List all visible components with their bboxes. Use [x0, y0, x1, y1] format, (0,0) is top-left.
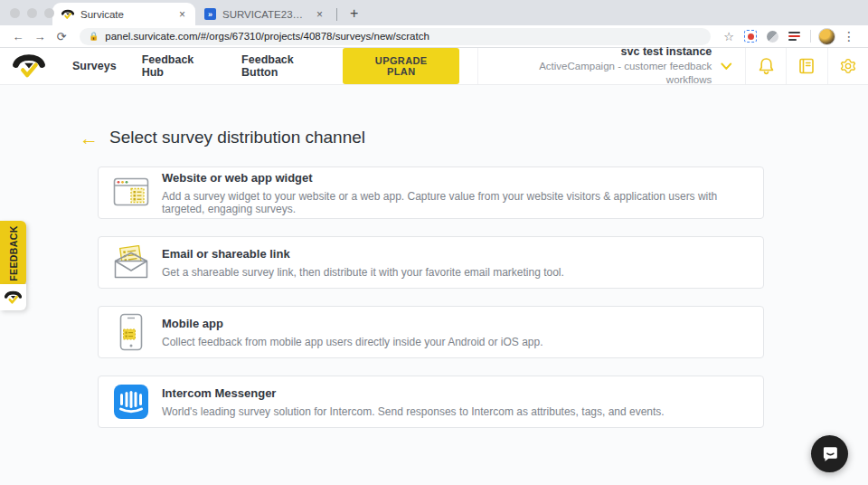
website-widget-icon: [113, 177, 149, 208]
channel-description: Collect feedback from mobile app users d…: [162, 336, 543, 348]
url-text: panel.survicate.com/#/orgs/67310/project…: [105, 31, 429, 42]
browser-menu-icon[interactable]: ⋮: [839, 29, 859, 43]
channel-description: Get a shareable survey link, then distri…: [162, 266, 564, 279]
instance-subtitle: ActiveCampaign - customer feedback workf…: [498, 60, 712, 88]
new-tab-button[interactable]: +: [343, 5, 365, 22]
channel-card-website-widget[interactable]: Website or web app widget Add a survey w…: [98, 166, 764, 219]
instance-name: svc test instance: [498, 44, 712, 60]
channel-list: Website or web app widget Add a survey w…: [98, 166, 764, 428]
forward-button[interactable]: →: [31, 30, 49, 43]
channel-name: Website or web app widget: [162, 171, 749, 185]
screen-recorder-extension-icon[interactable]: [741, 30, 760, 43]
notifications-button[interactable]: [745, 48, 786, 84]
page-title: Select survey distribution channel: [109, 128, 365, 147]
channel-card-intercom[interactable]: Intercom Messenger World's leading surve…: [98, 376, 764, 428]
toolbar-separator: [810, 30, 811, 43]
profile-avatar[interactable]: [818, 28, 835, 45]
instance-selector[interactable]: svc test instance ActiveCampaign - custo…: [477, 48, 744, 84]
channel-description: World's leading survey solution for Inte…: [162, 405, 665, 418]
chevron-down-icon: [721, 62, 732, 71]
feedback-widget-tab[interactable]: FEEDBACK: [0, 221, 26, 286]
mobile-app-icon: [119, 313, 143, 351]
back-button[interactable]: ←: [9, 30, 27, 43]
back-arrow-button[interactable]: ←: [80, 128, 99, 147]
secure-lock-icon: 🔒: [89, 32, 99, 41]
channel-card-email-link[interactable]: Email or shareable link Get a shareable …: [98, 236, 764, 289]
main-content: ← Select survey distribution channel: [0, 128, 868, 428]
grayscale-extension-icon[interactable]: [763, 31, 781, 43]
survicate-favicon: [61, 9, 74, 20]
chat-launcher-button[interactable]: [811, 435, 848, 472]
documentation-button[interactable]: [786, 48, 826, 84]
list-extension-icon[interactable]: [785, 32, 803, 41]
tab-title: Survicate: [80, 9, 170, 20]
tab-survicate[interactable]: Survicate ×: [52, 3, 195, 25]
minimize-window-button[interactable]: [27, 8, 37, 18]
tab-title: SURVICATE23015 Email Marketi: [222, 9, 307, 20]
window-controls[interactable]: [10, 8, 54, 18]
bell-icon: [758, 57, 775, 75]
feedback-widget-label: FEEDBACK: [8, 225, 19, 281]
tab-strip: Survicate × » SURVICATE23015 Email Marke…: [0, 0, 868, 25]
app-header: Surveys Feedback Hub Feedback Button UPG…: [0, 48, 868, 85]
book-icon: [797, 57, 816, 75]
nav-surveys[interactable]: Surveys: [60, 48, 129, 84]
reload-button[interactable]: ⟳: [52, 30, 71, 43]
chat-bubble-icon: [820, 444, 840, 464]
zoom-window-button[interactable]: [44, 8, 54, 18]
bookmark-star-icon[interactable]: ☆: [720, 30, 738, 43]
feedback-widget-logo-chip: [0, 284, 26, 310]
survicate-logo[interactable]: [0, 48, 60, 84]
tab-separator: [336, 8, 337, 21]
browser-window: Survicate × » SURVICATE23015 Email Marke…: [0, 0, 868, 485]
tab-close-icon[interactable]: ×: [314, 8, 326, 21]
email-icon: [113, 245, 149, 280]
channel-card-mobile-app[interactable]: Mobile app Collect feedback from mobile …: [98, 306, 764, 358]
survicate-mini-logo-icon: [5, 290, 22, 305]
survicate-logo-icon: [13, 53, 45, 80]
gear-icon: [839, 57, 857, 75]
channel-name: Mobile app: [162, 317, 543, 330]
tab-close-icon[interactable]: ×: [176, 8, 188, 21]
channel-name: Email or shareable link: [162, 247, 564, 261]
upgrade-plan-button[interactable]: UPGRADE PLAN: [343, 48, 460, 84]
nav-feedback-button[interactable]: Feedback Button: [229, 48, 343, 84]
browser-toolbar: ← → ⟳ 🔒 panel.survicate.com/#/orgs/67310…: [0, 25, 868, 48]
nav-feedback-hub[interactable]: Feedback Hub: [129, 48, 229, 84]
channel-description: Add a survey widget to your website or a…: [162, 190, 749, 215]
board-favicon: »: [204, 8, 216, 20]
tab-email-marketing[interactable]: » SURVICATE23015 Email Marketi ×: [195, 3, 333, 25]
channel-name: Intercom Messenger: [162, 386, 665, 400]
address-bar[interactable]: 🔒 panel.survicate.com/#/orgs/67310/proje…: [80, 28, 711, 45]
settings-button[interactable]: [827, 48, 868, 84]
intercom-icon: [114, 385, 148, 419]
close-window-button[interactable]: [10, 8, 20, 18]
